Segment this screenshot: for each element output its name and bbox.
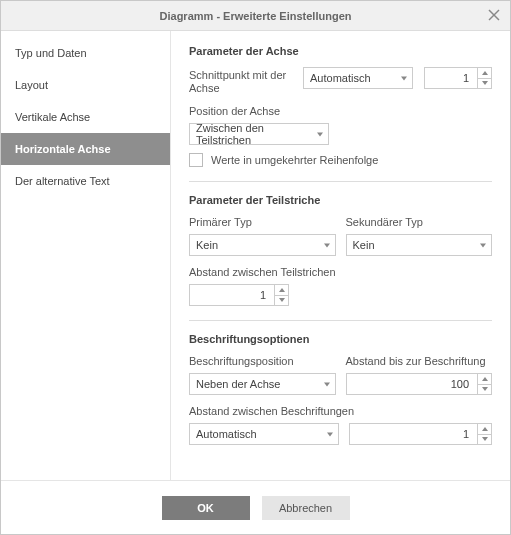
reverse-order-row: Werte in umgekehrter Reihenfolge <box>189 153 492 167</box>
axis-position-field: Position der Achse Zwischen den Teilstri… <box>189 105 492 145</box>
spin-down-icon[interactable] <box>478 78 491 89</box>
spin-down-icon[interactable] <box>478 434 491 445</box>
label-interval-spinner[interactable]: 1 <box>349 423 493 445</box>
dialog-body: Typ und Daten Layout Vertikale Achse Hor… <box>1 31 510 480</box>
tick-interval-spinner[interactable]: 1 <box>189 284 289 306</box>
axis-position-label: Position der Achse <box>189 105 492 117</box>
axis-params-title: Parameter der Achse <box>189 45 492 57</box>
label-position-label: Beschriftungsposition <box>189 355 336 367</box>
tick-params-title: Parameter der Teilstriche <box>189 194 492 206</box>
primary-type-field: Primärer Typ Kein <box>189 216 336 256</box>
label-distance-label: Abstand bis zur Beschriftung <box>346 355 493 367</box>
spin-controls <box>477 68 491 88</box>
intersection-mode-select[interactable]: Automatisch <box>303 67 413 89</box>
axis-position-select[interactable]: Zwischen den Teilstrichen <box>189 123 329 145</box>
label-position-select[interactable]: Neben der Achse <box>189 373 336 395</box>
spin-down-icon[interactable] <box>478 384 491 395</box>
label-interval-value: 1 <box>350 428 474 440</box>
spin-up-icon[interactable] <box>478 68 491 78</box>
divider <box>189 181 492 182</box>
tick-interval-value: 1 <box>190 289 270 301</box>
label-interval-mode-value: Automatisch <box>196 428 257 440</box>
primary-type-value: Kein <box>196 239 218 251</box>
label-position-row: Beschriftungsposition Neben der Achse Ab… <box>189 355 492 395</box>
content-pane: Parameter der Achse Schnittpunkt mit der… <box>171 31 510 480</box>
sidebar-item-type-data[interactable]: Typ und Daten <box>1 37 170 69</box>
intersection-mode-value: Automatisch <box>310 72 371 84</box>
spin-down-icon[interactable] <box>275 295 288 306</box>
intersection-label: Schnittpunkt mit der Achse <box>189 67 293 95</box>
label-interval-field: Abstand zwischen Beschriftungen Automati… <box>189 405 492 445</box>
tick-type-row: Primärer Typ Kein Sekundärer Typ Kein <box>189 216 492 256</box>
primary-type-select[interactable]: Kein <box>189 234 336 256</box>
intersection-value-spinner[interactable]: 1 <box>424 67 492 89</box>
dialog: Diagramm - Erweiterte Einstellungen Typ … <box>0 0 511 535</box>
titlebar: Diagramm - Erweiterte Einstellungen <box>1 1 510 31</box>
cancel-button[interactable]: Abbrechen <box>262 496 350 520</box>
reverse-order-label: Werte in umgekehrter Reihenfolge <box>211 154 378 166</box>
spin-controls <box>477 374 491 394</box>
spin-controls <box>274 285 288 305</box>
label-position-field: Beschriftungsposition Neben der Achse <box>189 355 336 395</box>
spin-up-icon[interactable] <box>275 285 288 295</box>
tick-interval-label: Abstand zwischen Teilstrichen <box>189 266 492 278</box>
sidebar-item-layout[interactable]: Layout <box>1 69 170 101</box>
label-distance-spinner[interactable]: 100 <box>346 373 493 395</box>
divider <box>189 320 492 321</box>
label-position-value: Neben der Achse <box>196 378 280 390</box>
sidebar-item-vertical-axis[interactable]: Vertikale Achse <box>1 101 170 133</box>
spin-up-icon[interactable] <box>478 424 491 434</box>
axis-position-value: Zwischen den Teilstrichen <box>196 122 310 146</box>
sidebar-item-horizontal-axis[interactable]: Horizontale Achse <box>1 133 170 165</box>
intersection-value: 1 <box>425 72 473 84</box>
primary-type-label: Primärer Typ <box>189 216 336 228</box>
intersection-row: Schnittpunkt mit der Achse Automatisch 1 <box>189 67 492 95</box>
label-interval-label: Abstand zwischen Beschriftungen <box>189 405 492 417</box>
label-interval-row: Automatisch 1 <box>189 423 492 445</box>
secondary-type-field: Sekundärer Typ Kein <box>346 216 493 256</box>
close-button[interactable] <box>486 7 502 23</box>
spin-up-icon[interactable] <box>478 374 491 384</box>
label-interval-mode-select[interactable]: Automatisch <box>189 423 339 445</box>
spin-controls <box>477 424 491 444</box>
secondary-type-select[interactable]: Kein <box>346 234 493 256</box>
secondary-type-value: Kein <box>353 239 375 251</box>
sidebar: Typ und Daten Layout Vertikale Achse Hor… <box>1 31 171 480</box>
secondary-type-label: Sekundärer Typ <box>346 216 493 228</box>
tick-interval-field: Abstand zwischen Teilstrichen 1 <box>189 266 492 306</box>
reverse-order-checkbox[interactable] <box>189 153 203 167</box>
label-distance-field: Abstand bis zur Beschriftung 100 <box>346 355 493 395</box>
ok-button[interactable]: OK <box>162 496 250 520</box>
dialog-footer: OK Abbrechen <box>1 480 510 534</box>
dialog-title: Diagramm - Erweiterte Einstellungen <box>160 10 352 22</box>
label-options-title: Beschriftungsoptionen <box>189 333 492 345</box>
sidebar-item-alt-text[interactable]: Der alternative Text <box>1 165 170 197</box>
label-distance-value: 100 <box>347 378 474 390</box>
close-icon <box>488 9 500 21</box>
